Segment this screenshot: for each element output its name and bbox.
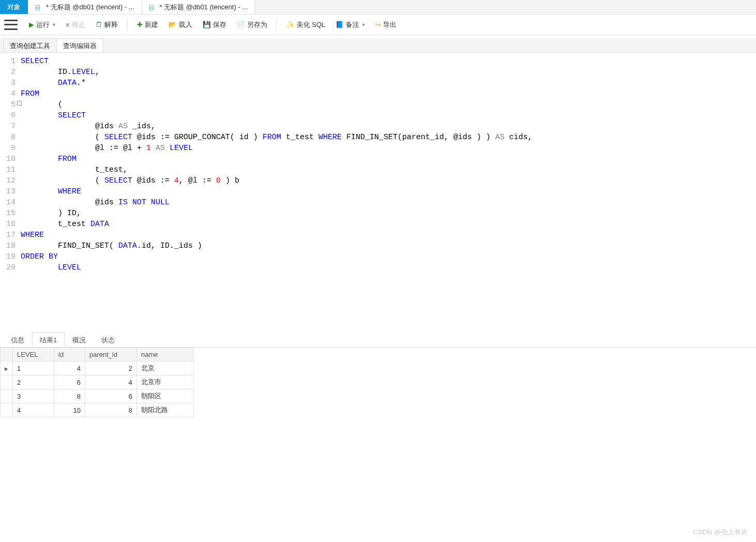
export-button[interactable]: ↪导出 <box>371 18 400 32</box>
table-row[interactable]: 386朝阳区 <box>1 389 194 403</box>
cell-id: 10 <box>54 403 85 417</box>
editor-line[interactable]: 6 SELECT <box>0 110 756 121</box>
editor-line[interactable]: 4FROM <box>0 88 756 99</box>
editor-line[interactable]: 1SELECT <box>0 56 756 67</box>
editor-line[interactable]: 13 WHERE <box>0 186 756 197</box>
stop-icon: ■ <box>66 21 70 28</box>
cell-parent-id: 2 <box>85 362 137 375</box>
code-text: ID.LEVEL, <box>21 67 100 78</box>
result-tab[interactable]: 状态 <box>94 332 122 347</box>
grid-column-header[interactable]: id <box>54 348 85 362</box>
editor-sub-tabs: 查询创建工具查询编辑器 <box>0 38 756 53</box>
chevron-down-icon: ▾ <box>53 22 55 27</box>
line-number: 3 <box>0 78 21 88</box>
editor-line[interactable]: 15 ) ID, <box>0 208 756 219</box>
code-text: ) ID, <box>21 208 81 219</box>
toolbar: ▶运行▾ ■停止 🗒解释 ✚新建 📂载入 💾保存 📄另存为 ✨美化 SQL 📘备… <box>0 14 756 35</box>
grid-column-header[interactable]: parent_id <box>85 348 137 362</box>
notes-icon: 📘 <box>335 21 344 28</box>
editor-line[interactable]: 16 t_test DATA <box>0 219 756 230</box>
code-text: ( SELECT @ids := GROUP_CONCAT( id ) FROM… <box>21 132 532 143</box>
row-indicator-icon <box>1 375 13 389</box>
editor-line[interactable]: 11 t_test, <box>0 164 756 175</box>
cell-level: 3 <box>13 389 54 403</box>
editor-line[interactable]: 10 FROM <box>0 154 756 164</box>
editor-line[interactable]: 3 DATA.* <box>0 78 756 88</box>
sub-tab[interactable]: 查询创建工具 <box>3 38 57 52</box>
save-button[interactable]: 💾保存 <box>198 18 230 32</box>
save-as-button[interactable]: 📄另存为 <box>233 18 271 32</box>
code-text: @ids IS NOT NULL <box>21 197 169 208</box>
line-number: 18 <box>0 240 21 251</box>
line-number: 15 <box>0 208 21 219</box>
table-row[interactable]: 264北京市 <box>1 375 194 389</box>
code-text: WHERE <box>21 186 81 197</box>
line-number: 9 <box>0 143 21 154</box>
run-button[interactable]: ▶运行▾ <box>25 18 59 32</box>
code-text: FROM <box>21 88 39 99</box>
explain-icon: 🗒 <box>96 21 102 28</box>
table-row[interactable]: 4108朝阳北路 <box>1 403 194 417</box>
save-icon: 💾 <box>203 21 211 28</box>
code-text: DATA.* <box>21 78 90 88</box>
indicator-header <box>1 348 13 362</box>
editor-line[interactable]: 2 ID.LEVEL, <box>0 67 756 78</box>
cell-id: 6 <box>54 375 85 389</box>
sub-tab[interactable]: 查询编辑器 <box>56 38 103 52</box>
fold-toggle-icon[interactable]: - <box>17 101 22 106</box>
file-tab[interactable]: ⌸* 无标题 @db01 (tencent) - ... <box>142 0 256 14</box>
sql-editor[interactable]: 1SELECT2 ID.LEVEL,3 DATA.* 4FROM5- (6 SE… <box>0 53 756 327</box>
chevron-down-icon: ▾ <box>362 22 365 27</box>
beautify-button[interactable]: ✨美化 SQL <box>282 18 330 32</box>
query-icon: ⌸ <box>36 4 43 11</box>
grid-column-header[interactable]: LEVEL <box>13 348 54 362</box>
cell-parent-id: 4 <box>85 375 137 389</box>
line-number: 16 <box>0 219 21 230</box>
stop-button[interactable]: ■停止 <box>61 18 89 32</box>
result-tab[interactable]: 信息 <box>3 332 32 347</box>
line-number: 4 <box>0 88 21 99</box>
code-text: @ids AS _ids, <box>21 121 156 132</box>
line-number: 7 <box>0 121 21 132</box>
table-row[interactable]: ▸142北京 <box>1 362 194 375</box>
result-tab[interactable]: 结果1 <box>32 332 65 347</box>
editor-line[interactable]: 5- ( <box>0 99 756 110</box>
cell-parent-id: 8 <box>85 403 137 417</box>
explain-button[interactable]: 🗒解释 <box>91 18 122 32</box>
editor-line[interactable]: 20 LEVEL <box>0 262 756 273</box>
row-indicator-icon <box>1 403 13 417</box>
line-number: 20 <box>0 262 21 273</box>
grid-column-header[interactable]: name <box>137 348 194 362</box>
row-indicator-icon <box>1 389 13 403</box>
folder-icon: 📂 <box>168 21 177 28</box>
new-button[interactable]: ✚新建 <box>133 18 162 32</box>
query-icon: ⌸ <box>149 4 157 11</box>
line-number: 1 <box>0 56 21 67</box>
editor-line[interactable]: 12 ( SELECT @ids := 4, @l := 0 ) b <box>0 175 756 186</box>
editor-line[interactable]: 14 @ids IS NOT NULL <box>0 197 756 208</box>
editor-line[interactable]: 19ORDER BY <box>0 251 756 262</box>
line-number: 13 <box>0 186 21 197</box>
editor-line[interactable]: 7 @ids AS _ids, <box>0 121 756 132</box>
file-tab[interactable]: ⌸* 无标题 @db01 (tencent) - ... <box>28 0 142 14</box>
file-tab[interactable]: 对象 <box>0 0 28 14</box>
result-tab[interactable]: 概况 <box>65 332 94 347</box>
file-tab-label: 对象 <box>7 3 21 12</box>
file-tabs: 对象⌸* 无标题 @db01 (tencent) - ...⌸* 无标题 @db… <box>0 0 756 14</box>
cell-level: 2 <box>13 375 54 389</box>
load-button[interactable]: 📂载入 <box>164 18 196 32</box>
hamburger-menu-icon[interactable] <box>4 20 18 30</box>
line-number: 10 <box>0 154 21 164</box>
notes-button[interactable]: 📘备注▾ <box>331 18 369 32</box>
editor-line[interactable]: 18 FIND_IN_SET( DATA.id, ID._ids ) <box>0 240 756 251</box>
code-text: ORDER BY <box>21 251 58 262</box>
editor-line[interactable]: 8 ( SELECT @ids := GROUP_CONCAT( id ) FR… <box>0 132 756 143</box>
cell-level: 4 <box>13 403 54 417</box>
wand-icon: ✨ <box>286 21 295 28</box>
editor-line[interactable]: 9 @l := @l + 1 AS LEVEL <box>0 143 756 154</box>
code-text: SELECT <box>21 56 49 67</box>
line-number: 11 <box>0 164 21 175</box>
editor-line[interactable]: 17WHERE <box>0 230 756 240</box>
results-grid-wrap: LEVELidparent_idname▸142北京264北京市386朝阳区41… <box>0 348 756 417</box>
results-grid[interactable]: LEVELidparent_idname▸142北京264北京市386朝阳区41… <box>0 348 194 417</box>
